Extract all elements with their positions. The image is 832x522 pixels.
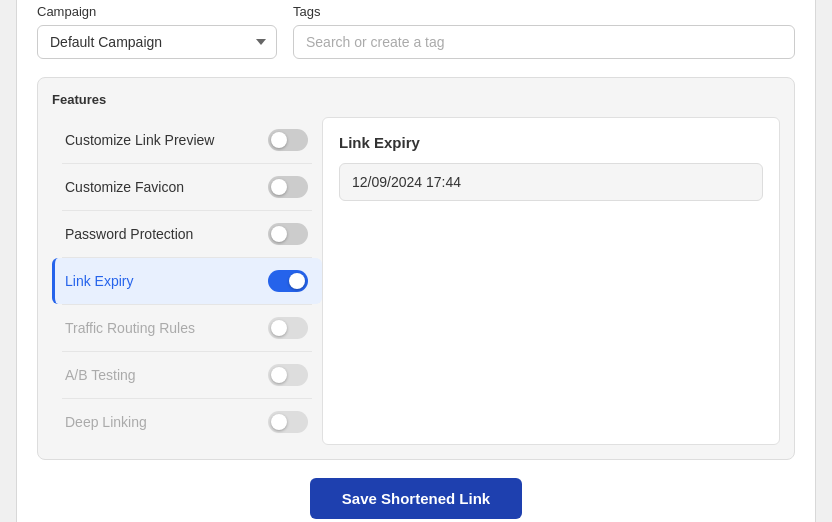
save-shortened-link-button[interactable]: Save Shortened Link (310, 478, 522, 519)
toggle-slider-link-expiry (268, 270, 308, 292)
toggle-ab-testing[interactable] (268, 364, 308, 386)
toggle-slider-ab-testing (268, 364, 308, 386)
feature-panel: Link Expiry (322, 117, 780, 445)
feature-label-password-protection: Password Protection (65, 226, 193, 242)
toggle-password-protection[interactable] (268, 223, 308, 245)
feature-label-deep-linking: Deep Linking (65, 414, 147, 430)
tags-search-input[interactable] (293, 25, 795, 59)
feature-item-link-expiry[interactable]: Link Expiry (52, 258, 322, 304)
feature-item-deep-linking[interactable]: Deep Linking (52, 399, 322, 445)
campaign-field-group: Campaign Default Campaign (37, 4, 277, 59)
feature-item-customize-favicon[interactable]: Customize Favicon (52, 164, 322, 210)
toggle-slider-deep-linking (268, 411, 308, 433)
feature-item-ab-testing[interactable]: A/B Testing (52, 352, 322, 398)
toggle-slider-customize-link-preview (268, 129, 308, 151)
toggle-link-expiry[interactable] (268, 270, 308, 292)
feature-label-customize-favicon: Customize Favicon (65, 179, 184, 195)
feature-item-customize-link-preview[interactable]: Customize Link Preview (52, 117, 322, 163)
toggle-deep-linking[interactable] (268, 411, 308, 433)
features-list: Customize Link Preview Customize Favicon (52, 117, 322, 445)
feature-label-traffic-routing-rules: Traffic Routing Rules (65, 320, 195, 336)
feature-label-customize-link-preview: Customize Link Preview (65, 132, 214, 148)
panel-title: Link Expiry (339, 134, 763, 151)
campaign-label: Campaign (37, 4, 277, 19)
toggle-traffic-routing-rules[interactable] (268, 317, 308, 339)
feature-label-link-expiry: Link Expiry (65, 273, 133, 289)
save-row: Save Shortened Link (37, 478, 795, 519)
expiry-date-input[interactable] (339, 163, 763, 201)
tags-label: Tags (293, 4, 795, 19)
tags-field-group: Tags (293, 4, 795, 59)
features-body: Customize Link Preview Customize Favicon (52, 117, 794, 445)
campaign-select[interactable]: Default Campaign (37, 25, 277, 59)
toggle-slider-traffic-routing-rules (268, 317, 308, 339)
toggle-customize-link-preview[interactable] (268, 129, 308, 151)
feature-label-ab-testing: A/B Testing (65, 367, 136, 383)
toggle-slider-customize-favicon (268, 176, 308, 198)
features-section: Features Customize Link Preview Customiz… (37, 77, 795, 460)
top-row: Campaign Default Campaign Tags (37, 4, 795, 59)
toggle-customize-favicon[interactable] (268, 176, 308, 198)
features-title: Features (52, 92, 794, 107)
feature-item-password-protection[interactable]: Password Protection (52, 211, 322, 257)
feature-item-traffic-routing-rules[interactable]: Traffic Routing Rules (52, 305, 322, 351)
main-card: Campaign Default Campaign Tags Features … (16, 0, 816, 522)
toggle-slider-password-protection (268, 223, 308, 245)
